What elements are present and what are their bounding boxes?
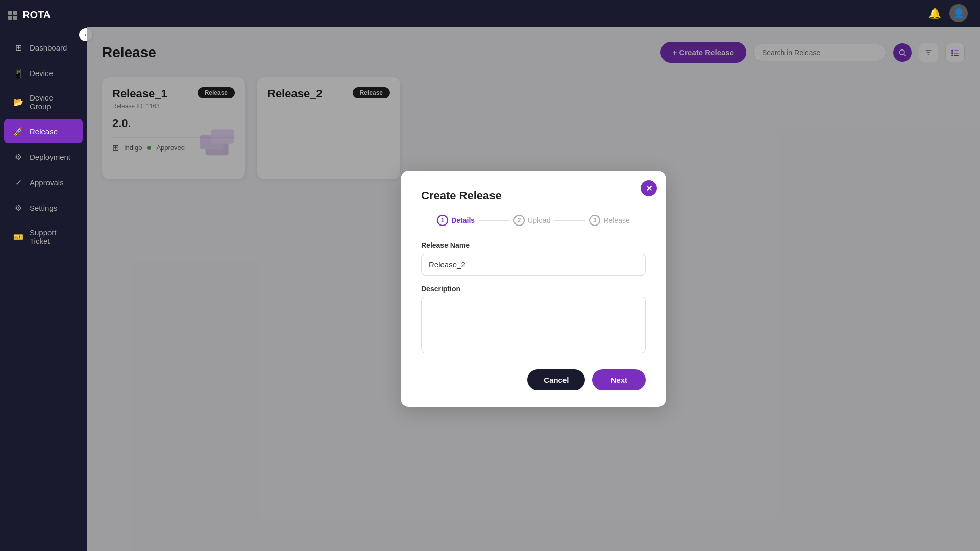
next-button[interactable]: Next bbox=[592, 369, 646, 390]
step-release[interactable]: 3 Release bbox=[589, 215, 629, 226]
release-name-input[interactable] bbox=[421, 254, 646, 276]
support-ticket-icon: 🎫 bbox=[13, 232, 23, 242]
step-1-circle: 1 bbox=[437, 215, 448, 226]
app-logo: ROTA bbox=[0, 0, 87, 30]
description-label: Description bbox=[421, 285, 646, 293]
sidebar-item-release[interactable]: 🚀 Release bbox=[4, 119, 83, 143]
modal-title: Create Release bbox=[421, 189, 646, 203]
step-divider-2 bbox=[554, 220, 585, 221]
sidebar-item-settings[interactable]: ⚙ Settings bbox=[4, 195, 83, 220]
sidebar-item-label: Deployment bbox=[30, 153, 70, 161]
modal-footer: Cancel Next bbox=[421, 369, 646, 390]
step-1-label: Details bbox=[451, 216, 475, 224]
sidebar-item-label: Approvals bbox=[30, 178, 64, 187]
step-2-circle: 2 bbox=[513, 215, 525, 226]
step-upload[interactable]: 2 Upload bbox=[513, 215, 550, 226]
grid-icon bbox=[8, 11, 17, 20]
modal-close-button[interactable]: ✕ bbox=[641, 180, 657, 196]
sidebar-item-label: Release bbox=[30, 127, 58, 136]
sidebar-item-label: Device bbox=[30, 69, 53, 78]
sidebar-item-dashboard[interactable]: ⊞ Dashboard bbox=[4, 35, 83, 60]
create-release-modal: ✕ Create Release 1 Details 2 Upload bbox=[401, 171, 666, 407]
sidebar-item-label: Settings bbox=[30, 204, 57, 212]
release-icon: 🚀 bbox=[13, 126, 23, 136]
step-3-circle: 3 bbox=[589, 215, 600, 226]
topbar: 🔔 👤 bbox=[87, 0, 980, 27]
settings-icon: ⚙ bbox=[13, 203, 23, 213]
description-textarea[interactable] bbox=[421, 297, 646, 353]
sidebar-nav: ⊞ Dashboard 📱 Device 📂 Device Group 🚀 Re… bbox=[0, 30, 87, 551]
sidebar-item-label: Dashboard bbox=[30, 43, 67, 52]
sidebar-item-approvals[interactable]: ✓ Approvals bbox=[4, 170, 83, 194]
sidebar-item-deployment[interactable]: ⚙ Deployment bbox=[4, 144, 83, 169]
sidebar: ROTA ⊞ Dashboard 📱 Device 📂 Device Group… bbox=[0, 0, 87, 551]
approvals-icon: ✓ bbox=[13, 177, 23, 187]
step-divider-1 bbox=[479, 220, 509, 221]
sidebar-item-support-ticket[interactable]: 🎫 Support Ticket bbox=[4, 221, 83, 253]
step-2-label: Upload bbox=[528, 216, 550, 224]
notification-bell-icon[interactable]: 🔔 bbox=[928, 7, 941, 19]
device-group-icon: 📂 bbox=[13, 97, 23, 107]
cancel-button[interactable]: Cancel bbox=[527, 369, 585, 390]
sidebar-item-label: Support Ticket bbox=[30, 228, 74, 245]
sidebar-item-device-group[interactable]: 📂 Device Group bbox=[4, 86, 83, 118]
step-details[interactable]: 1 Details bbox=[437, 215, 475, 226]
sidebar-item-device[interactable]: 📱 Device bbox=[4, 61, 83, 85]
main-content: Release + Create Release bbox=[87, 27, 980, 551]
modal-steps: 1 Details 2 Upload 3 Release bbox=[421, 215, 646, 226]
app-name: ROTA bbox=[22, 9, 51, 21]
deployment-icon: ⚙ bbox=[13, 152, 23, 162]
device-icon: 📱 bbox=[13, 68, 23, 78]
release-name-label: Release Name bbox=[421, 241, 646, 249]
modal-overlay: ✕ Create Release 1 Details 2 Upload bbox=[87, 27, 980, 551]
step-3-label: Release bbox=[603, 216, 629, 224]
avatar[interactable]: 👤 bbox=[949, 4, 968, 22]
dashboard-icon: ⊞ bbox=[13, 42, 23, 53]
sidebar-item-label: Device Group bbox=[30, 93, 74, 111]
